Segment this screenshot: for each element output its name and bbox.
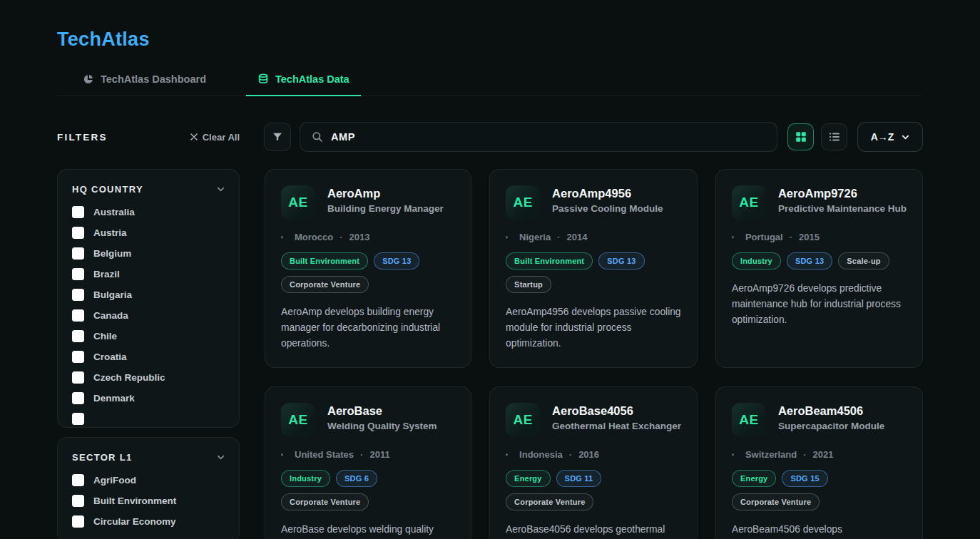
checkbox[interactable] <box>72 515 84 528</box>
company-tagline: Welding Quality System <box>327 421 437 431</box>
filter-option[interactable]: Czech Republic <box>72 371 225 384</box>
checkbox[interactable] <box>72 330 84 342</box>
card-meta: Morocco · 2013 <box>281 232 455 242</box>
card-header: AE AeroAmp Building Energy Manager <box>281 185 455 220</box>
filter-option-label: Bulgaria <box>93 289 132 300</box>
filter-option-label: Belgium <box>93 248 131 259</box>
sort-dropdown[interactable]: A→Z <box>857 122 923 152</box>
filter-option[interactable]: Croatia <box>72 351 225 363</box>
company-name: AeroAmp <box>327 187 444 200</box>
company-description: AeroBase4056 develops geothermal heat ex… <box>506 522 681 539</box>
filter-option[interactable]: Belgium <box>72 247 225 260</box>
chevron-down-icon <box>217 185 225 193</box>
avatar-initials: AE <box>739 412 758 428</box>
card-meta: Nigeria · 2014 <box>506 232 681 242</box>
avatar-initials: AE <box>513 195 532 210</box>
chevron-down-icon <box>217 453 225 461</box>
hq-country: Nigeria <box>519 232 551 242</box>
checkbox[interactable] <box>72 227 84 239</box>
checkbox[interactable] <box>72 206 84 218</box>
checkbox[interactable] <box>72 268 84 280</box>
checkbox[interactable] <box>72 309 84 322</box>
card-titles: AeroBeam4506 Supercapacitor Module <box>778 403 884 437</box>
filter-option-label: AgriFood <box>93 475 136 486</box>
checkbox[interactable] <box>72 289 84 301</box>
tab-bar: TechAtlas Dashboard TechAtlas Data <box>57 73 923 96</box>
company-name: AeroAmp4956 <box>552 187 663 200</box>
filters-title: FILTERS <box>57 132 108 143</box>
list-view-button[interactable] <box>821 123 847 150</box>
checkbox[interactable] <box>72 495 84 507</box>
filter-sidebar: HQ COUNTRY Australia Austria Belgium Bra… <box>57 169 240 539</box>
tag-badge: SDG 13 <box>374 252 419 270</box>
filter-option-list: AgriFood Built Environment Circular Econ… <box>72 474 225 528</box>
company-card[interactable]: AE AeroAmp9726 Predictive Maintenance Hu… <box>715 169 923 368</box>
meta-separator: · <box>790 232 792 242</box>
close-icon <box>190 133 198 140</box>
hq-country: Indonesia <box>519 449 563 460</box>
company-tagline: Passive Cooling Module <box>552 203 663 214</box>
filter-option[interactable]: Austria <box>72 227 225 239</box>
company-card[interactable]: AE AeroBeam4506 Supercapacitor Module Sw… <box>715 386 923 539</box>
grid-view-button[interactable] <box>787 123 814 150</box>
tag-badge: Energy <box>732 470 777 487</box>
card-meta: Switzerland · 2021 <box>732 449 907 460</box>
company-name: AeroBeam4506 <box>778 404 884 418</box>
avatar-initials: AE <box>288 195 307 210</box>
tab-techatlas-data[interactable]: TechAtlas Data <box>246 73 361 96</box>
company-tagline: Geothermal Heat Exchanger <box>552 421 681 431</box>
avatar: AE <box>732 403 766 437</box>
company-description: AeroAmp4956 develops passive cooling mod… <box>506 304 681 351</box>
checkbox[interactable] <box>72 392 84 404</box>
tag-badge: Scale-up <box>838 252 889 270</box>
filter-option[interactable]: Denmark <box>72 392 225 404</box>
filter-option[interactable]: Brazil <box>72 268 225 280</box>
filter-group-hq-country: HQ COUNTRY Australia Austria Belgium Bra… <box>57 169 240 428</box>
checkbox[interactable] <box>72 351 84 363</box>
filter-option[interactable]: Circular Economy <box>72 515 225 528</box>
clear-all-button[interactable]: Clear All <box>190 132 240 143</box>
company-card[interactable]: AE AeroAmp4956 Passive Cooling Module Ni… <box>489 169 698 368</box>
funnel-icon <box>272 131 283 143</box>
hq-country: Morocco <box>295 232 333 242</box>
founded-year: 2016 <box>578 449 599 460</box>
tab-techatlas-dashboard[interactable]: TechAtlas Dashboard <box>71 73 218 96</box>
search-input[interactable] <box>331 131 765 143</box>
filter-option[interactable]: Built Environment <box>72 495 225 507</box>
badge-row: Built EnvironmentSDG 13Corporate Venture <box>281 252 455 293</box>
company-description: AeroAmp develops building energy manager… <box>281 304 455 351</box>
checkbox[interactable] <box>72 413 84 425</box>
card-header: AE AeroAmp4956 Passive Cooling Module <box>506 185 681 220</box>
company-card[interactable]: AE AeroAmp Building Energy Manager Moroc… <box>265 169 471 368</box>
tag-badge: Corporate Venture <box>506 493 593 510</box>
filter-group-header[interactable]: HQ COUNTRY <box>72 184 225 195</box>
filter-option[interactable]: Australia <box>72 206 225 218</box>
filter-option-partial[interactable] <box>72 413 225 425</box>
card-meta: Portugal · 2015 <box>732 232 907 242</box>
page: TechAtlas TechAtlas Dashboard TechAtlas … <box>0 29 980 539</box>
avatar: AE <box>732 185 766 220</box>
card-titles: AeroBase Welding Quality System <box>327 403 437 437</box>
avatar-initials: AE <box>288 412 307 428</box>
company-card[interactable]: AE AeroBase Welding Quality System Unite… <box>265 386 471 539</box>
filter-option[interactable]: Chile <box>72 330 225 342</box>
filter-option[interactable]: AgriFood <box>72 474 225 486</box>
tag-badge: Industry <box>732 252 781 270</box>
avatar-initials: AE <box>513 412 532 428</box>
meta-separator: · <box>557 232 560 242</box>
filter-option[interactable]: Canada <box>72 309 225 322</box>
checkbox[interactable] <box>72 247 84 260</box>
filter-group-header[interactable]: SECTOR L1 <box>72 452 225 463</box>
filter-option[interactable]: Bulgaria <box>72 289 225 301</box>
checkbox[interactable] <box>72 371 84 384</box>
founded-year: 2014 <box>567 232 588 242</box>
company-card[interactable]: AE AeroBase4056 Geothermal Heat Exchange… <box>489 386 698 539</box>
avatar: AE <box>281 185 315 220</box>
location-pin-icon <box>732 450 740 460</box>
avatar: AE <box>281 403 315 437</box>
checkbox[interactable] <box>72 474 84 486</box>
company-description: AeroAmp9726 develops predictive maintena… <box>732 281 907 328</box>
card-titles: AeroBase4056 Geothermal Heat Exchanger <box>552 403 681 437</box>
filter-funnel-button[interactable] <box>264 123 291 151</box>
company-tagline: Supercapacitor Module <box>778 421 884 431</box>
